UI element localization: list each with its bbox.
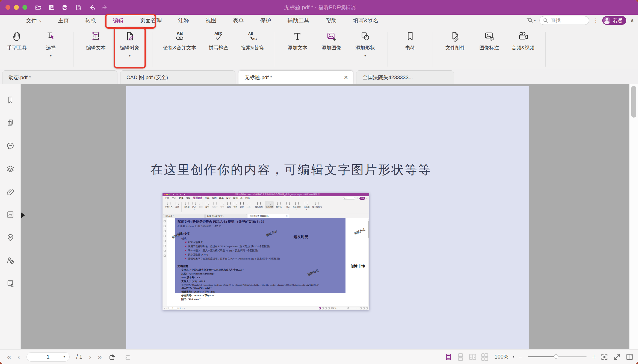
chevron-down-icon: ∨ [39,19,42,23]
tab-court-pdf[interactable]: 全国法院失4233333... [356,70,454,84]
save-icon[interactable] [48,4,55,11]
add-text-icon [292,31,303,42]
redo-icon[interactable] [101,4,109,11]
mini-account-pill: 若愚 [359,197,365,200]
caret-down-icon[interactable]: ▾ [129,54,131,58]
zoom-slider-thumb[interactable] [554,354,558,359]
next-page-button[interactable]: › [89,353,91,360]
link-join-text-button[interactable]: AB 链接&合并文本 [163,31,196,51]
first-page-button[interactable]: « [7,353,11,360]
destinations-panel-icon[interactable] [6,233,15,242]
zoom-slider[interactable] [528,356,587,357]
spell-check-button[interactable]: ABC 拼写检查 [207,31,230,51]
pages-panel-icon[interactable] [6,118,15,128]
open-file-icon[interactable] [34,4,42,11]
menu-convert[interactable]: 转换 [85,17,96,24]
caret-down-icon: ▾ [534,19,536,22]
video-camera-icon [517,31,529,42]
zoom-in-button[interactable]: + [592,353,596,361]
page-number-input[interactable]: 1▾ [26,352,70,362]
tab-dongtai-pdf[interactable]: 动态.pdf * [2,70,117,84]
print-icon[interactable] [61,4,69,11]
account-button[interactable]: 若愚 [602,16,626,25]
tab-untitled-pdf[interactable]: 无标题.pdf *✕ [238,70,353,84]
previous-view-icon[interactable] [108,353,117,361]
last-page-button[interactable]: » [98,353,102,360]
embedded-screenshot-image[interactable]: 全国法院失4233333信被执行人名单信息公布与查询_报告_wrapper.pd… [163,193,369,310]
search-input[interactable] [551,18,583,23]
comments-panel-icon[interactable] [6,141,15,151]
bookmarks-panel-icon[interactable] [6,96,15,105]
reading-panel-icon[interactable] [625,353,634,361]
ribbon-toolbar: 手型工具 选择 ▾ 编辑文本 编辑对象 ▾ AB 链接&合并文本 ABC 拼写检… [0,26,638,69]
add-shape-button[interactable]: 添加形状 ▾ [354,31,377,58]
hand-tool-button[interactable]: 手型工具 [5,31,28,51]
attachments-panel-icon[interactable] [6,187,15,196]
close-tab-icon[interactable]: ✕ [344,74,348,81]
divider [73,32,73,67]
select-tool-button[interactable]: 选择 ▾ [39,31,62,58]
divider [433,32,433,67]
tab-cad-pdf[interactable]: CAD 图.pdf (安全) [120,70,235,84]
bookmark-button[interactable]: 书签 [399,31,422,51]
menu-fill-sign[interactable]: 填写&签名 [353,17,379,24]
menu-form[interactable]: 表单 [233,17,244,24]
new-document-icon[interactable] [75,4,82,11]
more-options-icon[interactable]: ⋮ [593,17,598,24]
caret-down-icon[interactable]: ▾ [513,355,514,359]
menu-protect[interactable]: 保护 [260,17,271,24]
fit-page-icon[interactable] [600,353,609,361]
scrollbar-thumb[interactable] [631,86,636,118]
caret-down-icon[interactable]: ▾ [364,54,366,58]
edit-object-button[interactable]: 编辑对象 ▾ [118,31,141,58]
menu-page-management[interactable]: 页面管理 [140,17,162,24]
titlebar: 无标题.pdf * - 福昕PDF编辑器 [0,0,638,15]
facing-continuous-view-icon[interactable] [481,353,488,361]
menu-view[interactable]: 视图 [206,17,217,24]
signature-panel-icon[interactable] [6,256,15,265]
mini-scrollbar [368,219,369,306]
edit-text-button[interactable]: 编辑文本 [84,31,107,51]
audio-video-button[interactable]: 音频&视频 [512,31,534,51]
undo-icon[interactable] [88,4,95,11]
single-page-view-icon[interactable] [445,353,452,361]
add-image-button[interactable]: 添加图像 [320,31,343,51]
zoom-level-label[interactable]: 100% [494,354,508,360]
pdf-page[interactable]: 在这里创作你的内容，可编辑文字图片形状等等 全国法院失4233333信被执行人名… [126,86,529,349]
menu-file[interactable]: 文件∨ [26,17,42,24]
collapse-ribbon-button[interactable]: ∧ [630,17,634,23]
caret-down-icon[interactable]: ▾ [50,54,52,58]
add-text-button[interactable]: 添加文本 [286,31,309,51]
menu-comment[interactable]: 注释 [178,17,189,24]
advanced-search-button[interactable]: ▾ [526,17,536,24]
svg-text:AB: AB [248,32,253,35]
stamps-panel-icon[interactable] [6,279,15,288]
search-box[interactable] [539,16,589,25]
fields-panel-icon[interactable] [6,210,15,219]
continuous-view-icon[interactable] [457,353,464,361]
menu-accessibility[interactable]: 辅助工具 [288,17,309,24]
file-attachment-button[interactable]: 文件附件 [444,31,467,51]
facing-view-icon[interactable] [469,353,476,361]
menu-home[interactable]: 主页 [58,17,69,24]
user-name: 若愚 [613,17,622,24]
image-annotation-button[interactable]: 图像标注 [478,31,501,51]
next-view-icon[interactable] [123,353,131,361]
zoom-out-button[interactable]: − [519,353,522,361]
image-annotation-icon [483,31,495,42]
menu-help[interactable]: 帮助 [326,17,337,24]
mini-ribbon: 手型工具 选择 缩略图 插入▾ 删除 提取 逆页序 移动 复制 替换 拆分▾ 交… [163,200,369,213]
minimize-window-button[interactable] [14,5,19,10]
previous-page-button[interactable]: ‹ [17,353,20,360]
select-cursor-icon [45,31,57,42]
mini-window-title: 全国法院失4233333信被执行人名单信息公布与查询_报告_wrapper.pd… [187,193,369,196]
close-window-button[interactable] [5,5,10,10]
sidebar-expander[interactable] [21,212,25,218]
vertical-scrollbar[interactable] [629,84,638,349]
mini-menubar: 文件主页转换编辑页面管理注释视图表单保护辅助工具帮助 查找 ⋮ 若愚 ∧ [163,196,369,200]
menu-edit[interactable]: 编辑 [113,17,124,24]
fullscreen-icon[interactable] [613,353,621,361]
maximize-window-button[interactable] [22,5,27,10]
layers-panel-icon[interactable] [6,164,15,174]
search-replace-button[interactable]: ABAC 搜索&替换 [241,31,264,51]
